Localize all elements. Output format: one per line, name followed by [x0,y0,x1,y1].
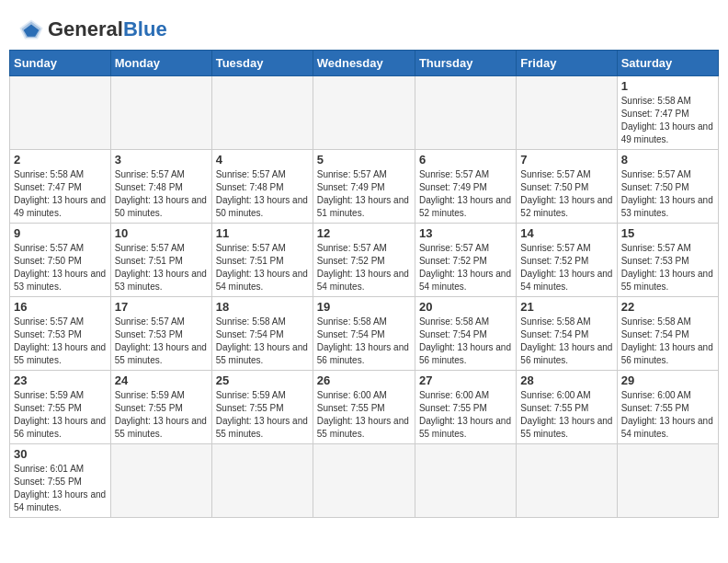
calendar-week-row: 30Sunrise: 6:01 AM Sunset: 7:55 PM Dayli… [10,444,719,518]
calendar-cell [517,76,617,150]
day-info: Sunrise: 5:58 AM Sunset: 7:54 PM Dayligh… [216,316,309,367]
calendar-cell: 2Sunrise: 5:58 AM Sunset: 7:47 PM Daylig… [10,150,111,224]
calendar-cell: 19Sunrise: 5:58 AM Sunset: 7:54 PM Dayli… [313,297,415,371]
day-info: Sunrise: 6:00 AM Sunset: 7:55 PM Dayligh… [520,389,612,441]
logo-text: GeneralBlue [48,18,167,40]
header-area: GeneralBlue [9,9,719,50]
calendar-week-row: 23Sunrise: 5:59 AM Sunset: 7:55 PM Dayli… [10,371,719,444]
day-info: Sunrise: 5:59 AM Sunset: 7:55 PM Dayligh… [14,389,107,441]
day-info: Sunrise: 5:58 AM Sunset: 7:54 PM Dayligh… [621,316,714,367]
day-number: 9 [14,226,107,240]
day-number: 1 [621,79,714,93]
calendar-cell: 28Sunrise: 6:00 AM Sunset: 7:55 PM Dayli… [517,371,617,444]
day-number: 30 [14,447,107,461]
day-number: 29 [621,373,714,387]
calendar-cell: 20Sunrise: 5:58 AM Sunset: 7:54 PM Dayli… [415,297,516,371]
calendar-week-row: 1Sunrise: 5:58 AM Sunset: 7:47 PM Daylig… [10,76,719,150]
day-number: 14 [520,226,612,240]
day-number: 4 [216,153,309,167]
calendar-cell [211,444,313,518]
day-number: 13 [419,226,512,240]
calendar-cell: 25Sunrise: 5:59 AM Sunset: 7:55 PM Dayli… [211,371,313,444]
day-info: Sunrise: 5:57 AM Sunset: 7:49 PM Dayligh… [419,168,512,220]
logo-icon [18,17,44,42]
calendar-cell: 24Sunrise: 5:59 AM Sunset: 7:55 PM Dayli… [110,371,211,444]
calendar-cell [415,76,516,150]
day-number: 23 [14,373,107,387]
day-info: Sunrise: 5:59 AM Sunset: 7:55 PM Dayligh… [216,389,309,441]
calendar-cell [110,444,211,518]
day-info: Sunrise: 5:58 AM Sunset: 7:54 PM Dayligh… [317,316,411,367]
calendar-cell: 4Sunrise: 5:57 AM Sunset: 7:48 PM Daylig… [211,150,313,224]
calendar-cell: 8Sunrise: 5:57 AM Sunset: 7:50 PM Daylig… [617,150,718,224]
calendar-cell [211,76,313,150]
weekday-header-row: SundayMondayTuesdayWednesdayThursdayFrid… [10,51,719,76]
day-info: Sunrise: 5:58 AM Sunset: 7:47 PM Dayligh… [14,168,107,220]
calendar-cell: 22Sunrise: 5:58 AM Sunset: 7:54 PM Dayli… [617,297,718,371]
day-number: 11 [216,226,309,240]
calendar-cell: 1Sunrise: 5:58 AM Sunset: 7:47 PM Daylig… [617,76,718,150]
calendar-cell: 13Sunrise: 5:57 AM Sunset: 7:52 PM Dayli… [415,224,516,297]
day-number: 6 [419,153,512,167]
day-info: Sunrise: 5:59 AM Sunset: 7:55 PM Dayligh… [115,389,208,441]
calendar-cell [313,444,415,518]
day-info: Sunrise: 5:58 AM Sunset: 7:54 PM Dayligh… [419,316,512,367]
calendar-cell: 15Sunrise: 5:57 AM Sunset: 7:53 PM Dayli… [617,224,718,297]
calendar-cell: 29Sunrise: 6:00 AM Sunset: 7:55 PM Dayli… [617,371,718,444]
calendar-cell: 27Sunrise: 6:00 AM Sunset: 7:55 PM Dayli… [415,371,516,444]
day-info: Sunrise: 5:57 AM Sunset: 7:50 PM Dayligh… [14,242,107,293]
day-number: 7 [520,153,612,167]
calendar-table: SundayMondayTuesdayWednesdayThursdayFrid… [9,50,719,518]
day-number: 25 [216,373,309,387]
day-number: 12 [317,226,411,240]
calendar-cell: 10Sunrise: 5:57 AM Sunset: 7:51 PM Dayli… [110,224,211,297]
day-info: Sunrise: 5:57 AM Sunset: 7:48 PM Dayligh… [216,168,309,220]
day-info: Sunrise: 5:57 AM Sunset: 7:50 PM Dayligh… [520,168,612,220]
day-info: Sunrise: 6:00 AM Sunset: 7:55 PM Dayligh… [621,389,714,441]
day-info: Sunrise: 6:00 AM Sunset: 7:55 PM Dayligh… [317,389,411,441]
day-info: Sunrise: 5:57 AM Sunset: 7:50 PM Dayligh… [621,168,714,220]
weekday-header-wednesday: Wednesday [313,51,415,76]
day-number: 27 [419,373,512,387]
day-info: Sunrise: 5:57 AM Sunset: 7:51 PM Dayligh… [216,242,309,293]
calendar-week-row: 16Sunrise: 5:57 AM Sunset: 7:53 PM Dayli… [10,297,719,371]
day-info: Sunrise: 5:57 AM Sunset: 7:53 PM Dayligh… [621,242,714,293]
calendar-cell [10,76,111,150]
day-info: Sunrise: 5:57 AM Sunset: 7:52 PM Dayligh… [520,242,612,293]
calendar-week-row: 9Sunrise: 5:57 AM Sunset: 7:50 PM Daylig… [10,224,719,297]
day-info: Sunrise: 5:57 AM Sunset: 7:49 PM Dayligh… [317,168,411,220]
day-number: 26 [317,373,411,387]
weekday-header-sunday: Sunday [10,51,111,76]
calendar-cell: 30Sunrise: 6:01 AM Sunset: 7:55 PM Dayli… [10,444,111,518]
calendar-cell [110,76,211,150]
day-number: 16 [14,300,107,314]
calendar-cell: 11Sunrise: 5:57 AM Sunset: 7:51 PM Dayli… [211,224,313,297]
calendar-cell: 18Sunrise: 5:58 AM Sunset: 7:54 PM Dayli… [211,297,313,371]
calendar-cell: 21Sunrise: 5:58 AM Sunset: 7:54 PM Dayli… [517,297,617,371]
day-number: 21 [520,300,612,314]
calendar-cell: 23Sunrise: 5:59 AM Sunset: 7:55 PM Dayli… [10,371,111,444]
day-info: Sunrise: 5:57 AM Sunset: 7:53 PM Dayligh… [14,316,107,367]
calendar-cell: 14Sunrise: 5:57 AM Sunset: 7:52 PM Dayli… [517,224,617,297]
calendar-week-row: 2Sunrise: 5:58 AM Sunset: 7:47 PM Daylig… [10,150,719,224]
day-number: 15 [621,226,714,240]
day-number: 2 [14,153,107,167]
calendar-cell [313,76,415,150]
calendar-cell: 17Sunrise: 5:57 AM Sunset: 7:53 PM Dayli… [110,297,211,371]
day-info: Sunrise: 5:57 AM Sunset: 7:53 PM Dayligh… [115,316,208,367]
day-info: Sunrise: 5:57 AM Sunset: 7:51 PM Dayligh… [115,242,208,293]
day-number: 20 [419,300,512,314]
day-info: Sunrise: 5:58 AM Sunset: 7:47 PM Dayligh… [621,95,714,146]
calendar-cell: 5Sunrise: 5:57 AM Sunset: 7:49 PM Daylig… [313,150,415,224]
day-number: 10 [115,226,208,240]
day-number: 8 [621,153,714,167]
calendar-cell: 3Sunrise: 5:57 AM Sunset: 7:48 PM Daylig… [110,150,211,224]
day-number: 3 [115,153,208,167]
calendar-cell [517,444,617,518]
calendar-cell: 9Sunrise: 5:57 AM Sunset: 7:50 PM Daylig… [10,224,111,297]
day-number: 28 [520,373,612,387]
calendar-cell [415,444,516,518]
calendar-cell: 12Sunrise: 5:57 AM Sunset: 7:52 PM Dayli… [313,224,415,297]
calendar-cell [617,444,718,518]
day-number: 22 [621,300,714,314]
